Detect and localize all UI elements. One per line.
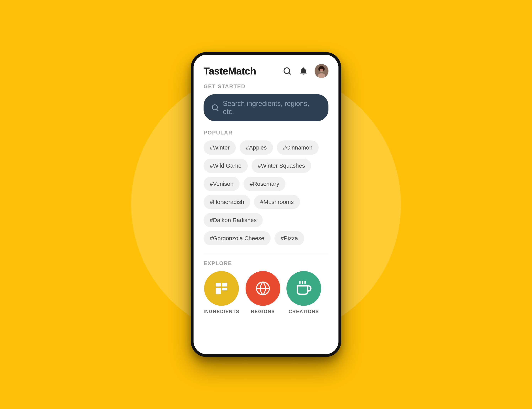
svg-rect-12 — [222, 283, 227, 287]
popular-tag[interactable]: #Cinnamon — [277, 140, 319, 155]
search-placeholder: Search ingredients, regions, etc. — [223, 100, 321, 116]
popular-tag[interactable]: #Daikon Radishes — [204, 213, 263, 227]
ingredients-label: INGREDIENTS — [204, 309, 239, 314]
popular-tag[interactable]: #Venison — [204, 177, 240, 191]
popular-tag[interactable]: #Apples — [240, 140, 273, 155]
phone-screen: TasteMatch — [194, 55, 338, 354]
svg-point-7 — [318, 67, 320, 71]
explore-regions[interactable]: REGIONS — [246, 271, 280, 314]
explore-creations[interactable]: CREATIONS — [286, 271, 321, 314]
popular-tag[interactable]: #Winter — [204, 140, 236, 155]
popular-tag[interactable]: #Mushrooms — [254, 195, 300, 209]
svg-point-8 — [323, 67, 325, 71]
search-icon[interactable] — [282, 66, 292, 76]
tags-container: #Winter#Apples#Cinnamon#Wild Game#Winter… — [204, 140, 328, 245]
popular-tag[interactable]: #Horseradish — [204, 195, 250, 209]
search-section: GET STARTED Search ingredients, regions,… — [204, 83, 328, 121]
popular-tag[interactable]: #Wild Game — [204, 158, 248, 173]
svg-rect-13 — [216, 288, 221, 294]
app-header: TasteMatch — [194, 55, 338, 83]
explore-ingredients[interactable]: INGREDIENTS — [204, 271, 239, 314]
app-title: TasteMatch — [204, 65, 256, 77]
creations-label: CREATIONS — [289, 309, 319, 314]
popular-label: POPULAR — [204, 130, 328, 136]
regions-circle — [246, 271, 280, 306]
phone-mockup: TasteMatch — [191, 52, 341, 357]
search-bar[interactable]: Search ingredients, regions, etc. — [204, 94, 328, 121]
svg-line-10 — [217, 109, 218, 111]
bell-icon[interactable] — [298, 66, 308, 76]
user-avatar[interactable] — [315, 64, 328, 78]
get-started-label: GET STARTED — [204, 83, 328, 90]
explore-section: EXPLORE — [204, 260, 328, 314]
popular-tag[interactable]: #Gorgonzola Cheese — [204, 231, 271, 245]
svg-rect-11 — [216, 283, 221, 287]
popular-tag[interactable]: #Winter Squashes — [252, 158, 311, 173]
main-content: GET STARTED Search ingredients, regions,… — [194, 83, 338, 354]
explore-icons: INGREDIENTS REGIONS — [204, 271, 328, 314]
header-icons — [282, 64, 328, 78]
explore-label: EXPLORE — [204, 260, 328, 266]
creations-circle — [286, 271, 321, 306]
popular-tag[interactable]: #Pizza — [274, 231, 304, 245]
ingredients-circle — [204, 271, 239, 306]
popular-tag[interactable]: #Rosemary — [243, 177, 285, 191]
svg-rect-14 — [222, 288, 227, 290]
app-container: TasteMatch — [194, 55, 338, 354]
svg-line-1 — [289, 73, 290, 74]
phone-frame: TasteMatch — [191, 52, 341, 357]
regions-label: REGIONS — [251, 309, 275, 314]
divider — [204, 254, 328, 254]
popular-section: POPULAR #Winter#Apples#Cinnamon#Wild Gam… — [204, 130, 328, 245]
